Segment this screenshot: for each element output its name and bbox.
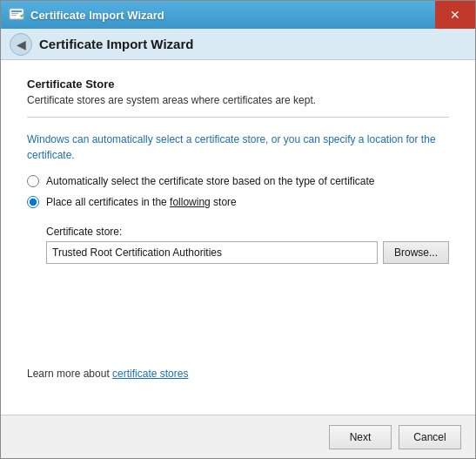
svg-rect-2 (11, 13, 18, 14)
auto-radio-item[interactable]: Automatically select the certificate sto… (27, 175, 449, 187)
learn-more-text: Learn more about certificate stores (27, 368, 449, 380)
title-bar: Certificate Import Wizard ✕ (1, 1, 475, 29)
cert-store-row: Browse... (46, 241, 449, 264)
section-description: Certificate stores are system areas wher… (27, 94, 449, 106)
nav-bar: ◀ Certificate Import Wizard (1, 29, 475, 60)
wizard-icon (8, 6, 25, 24)
auto-radio-input[interactable] (27, 175, 39, 187)
learn-more-link[interactable]: certificate stores (112, 368, 188, 380)
window: Certificate Import Wizard ✕ ◀ Certificat… (0, 0, 476, 459)
svg-rect-3 (11, 15, 17, 16)
cert-store-group: Certificate store: Browse... (46, 226, 449, 264)
close-button[interactable]: ✕ (435, 1, 475, 29)
manual-radio-item[interactable]: Place all certificates in the following … (27, 196, 449, 208)
browse-button[interactable]: Browse... (383, 241, 449, 264)
footer: Next Cancel (1, 415, 475, 458)
svg-rect-1 (11, 10, 22, 12)
manual-radio-label-underline: following (170, 196, 211, 208)
wizard-title: Certificate Import Wizard (39, 37, 193, 51)
learn-more-prefix: Learn more about (27, 368, 112, 380)
back-icon: ◀ (17, 37, 26, 51)
title-bar-left: Certificate Import Wizard (8, 6, 164, 24)
auto-radio-label: Automatically select the certificate sto… (46, 175, 375, 187)
manual-radio-label: Place all certificates in the following … (46, 196, 237, 208)
title-bar-controls: ✕ (435, 1, 475, 29)
cert-store-label: Certificate store: (46, 226, 449, 238)
content-area: Certificate Store Certificate stores are… (1, 60, 475, 415)
next-button[interactable]: Next (329, 425, 392, 449)
title-bar-text: Certificate Import Wizard (30, 9, 164, 22)
back-button[interactable]: ◀ (10, 33, 32, 56)
radio-group: Automatically select the certificate sto… (27, 175, 449, 208)
divider (27, 117, 449, 118)
section-title: Certificate Store (27, 78, 449, 91)
cancel-button[interactable]: Cancel (399, 425, 461, 449)
manual-radio-input[interactable] (27, 196, 39, 208)
spacer (27, 264, 449, 368)
cert-store-input[interactable] (46, 241, 378, 264)
info-text: Windows can automatically select a certi… (27, 132, 449, 163)
